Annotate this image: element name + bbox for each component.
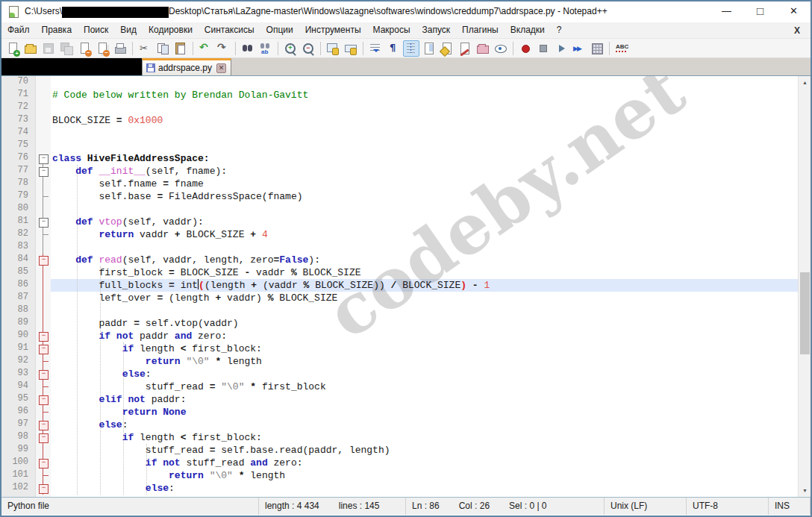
menu-item-10[interactable]: Плагины	[456, 22, 505, 38]
zoom-out-button[interactable]	[300, 40, 316, 57]
spell-check-button[interactable]	[613, 40, 630, 57]
code-line-87[interactable]: left_over = (length + vaddr) % BLOCK_SIZ…	[51, 292, 798, 304]
menu-item-4[interactable]: Кодировки	[143, 22, 199, 38]
menu-item-2[interactable]: Поиск	[78, 22, 114, 38]
fold-collapse-icon[interactable]	[36, 216, 51, 228]
code-line-86[interactable]: full_blocks = int((length + (vaddr % BLO…	[51, 279, 798, 292]
maximize-button[interactable]: □	[743, 1, 777, 22]
open-file-button[interactable]	[22, 40, 39, 57]
sync-horizontal-scroll-button[interactable]	[343, 40, 359, 57]
redo-button[interactable]	[215, 40, 231, 57]
code-line-72[interactable]	[51, 101, 798, 114]
new-file-button[interactable]	[4, 40, 21, 57]
code-line-94[interactable]: stuff_read = "\0" * first_block	[51, 380, 798, 393]
menu-item-7[interactable]: Инструменты	[299, 22, 367, 38]
vertical-scrollbar[interactable]: ▲ ▼	[798, 76, 811, 497]
code-line-70[interactable]	[51, 76, 798, 89]
show-all-characters-button[interactable]	[385, 40, 402, 57]
menu-item-8[interactable]: Макросы	[367, 22, 416, 38]
code-line-100[interactable]: if not stuff_read and zero:	[51, 457, 798, 469]
undo-button[interactable]	[197, 40, 213, 57]
function-list-button[interactable]	[439, 40, 455, 57]
fold-collapse-icon[interactable]	[36, 368, 51, 380]
code-line-90[interactable]: if not paddr and zero:	[51, 330, 798, 342]
code-line-97[interactable]: else:	[51, 419, 798, 431]
menu-item-3[interactable]: Вид	[114, 22, 143, 38]
copy-button[interactable]	[154, 40, 171, 57]
paste-button[interactable]	[172, 40, 189, 57]
zoom-in-button[interactable]	[282, 40, 299, 57]
code-line-92[interactable]: return "\0" * length	[51, 355, 798, 368]
minimize-button[interactable]: —	[710, 1, 743, 22]
play-macro-button[interactable]	[553, 40, 569, 57]
close-button[interactable]: ✕	[777, 1, 811, 22]
scroll-up-arrow-icon[interactable]: ▲	[799, 76, 811, 89]
close-file-button[interactable]	[76, 40, 93, 57]
fold-collapse-icon[interactable]	[36, 419, 51, 431]
code-line-96[interactable]: return None	[51, 406, 798, 419]
code-line-82[interactable]: return vaddr + BLOCK_SIZE + 4	[51, 228, 798, 241]
menu-item-11[interactable]: Вкладки	[505, 22, 551, 38]
code-line-73[interactable]: BLOCK_SIZE = 0x1000	[51, 114, 798, 127]
fold-collapse-icon[interactable]	[36, 165, 51, 178]
record-macro-button[interactable]	[517, 40, 534, 57]
indent-guide-button[interactable]	[403, 40, 419, 57]
document-map-button[interactable]	[421, 40, 437, 57]
menu-item-5[interactable]: Синтаксисы	[199, 22, 260, 38]
code-line-81[interactable]: def vtop(self, vaddr):	[51, 216, 798, 228]
close-all-button[interactable]	[94, 40, 110, 57]
fold-collapse-icon[interactable]	[36, 431, 51, 444]
menu-item-12[interactable]: ?	[551, 22, 568, 38]
code-line-80[interactable]	[51, 203, 798, 216]
save-button[interactable]	[40, 40, 57, 57]
fold-collapse-icon[interactable]	[36, 393, 51, 406]
fold-collapse-icon[interactable]	[36, 152, 51, 165]
sync-vertical-scroll-button[interactable]	[325, 40, 341, 57]
print-button[interactable]	[112, 40, 128, 57]
code-line-93[interactable]: else:	[51, 368, 798, 380]
menu-item-9[interactable]: Запуск	[416, 22, 457, 38]
status-eol-format[interactable]: Unix (LF)	[605, 498, 687, 515]
save-all-button[interactable]	[58, 40, 75, 57]
menu-item-6[interactable]: Опции	[260, 22, 299, 38]
menu-item-1[interactable]: Правка	[36, 22, 78, 38]
code-line-75[interactable]	[51, 140, 798, 152]
run-macro-multiple-button[interactable]	[571, 40, 587, 57]
fold-collapse-icon[interactable]	[36, 457, 51, 469]
redacted-tab[interactable]	[1, 58, 142, 75]
fold-collapse-icon[interactable]	[36, 482, 51, 495]
code-line-98[interactable]: if length < first_block:	[51, 431, 798, 444]
stop-macro-button[interactable]	[535, 40, 552, 57]
word-wrap-button[interactable]	[367, 40, 384, 57]
fold-collapse-icon[interactable]	[36, 330, 51, 342]
fold-collapse-icon[interactable]	[36, 342, 51, 355]
scroll-down-arrow-icon[interactable]: ▼	[799, 484, 811, 497]
code-line-101[interactable]: return "\0" * length	[51, 469, 798, 482]
code-line-91[interactable]: if length < first_block:	[51, 342, 798, 355]
cut-button[interactable]	[137, 40, 153, 57]
code-line-71[interactable]: # Code below written by Brendan Dolan-Ga…	[51, 89, 798, 101]
code-view[interactable]: codeby.net # Code below written by Brend…	[51, 76, 798, 497]
code-line-99[interactable]: stuff_read = self.base.read(paddr, lengt…	[51, 444, 798, 457]
replace-button[interactable]	[257, 40, 274, 57]
tab-close-icon[interactable]: ✕	[216, 63, 226, 73]
code-line-79[interactable]: self.base = FileAddressSpace(fname)	[51, 190, 798, 203]
code-line-102[interactable]: else:	[51, 482, 798, 495]
status-encoding[interactable]: UTF-8	[687, 498, 769, 515]
save-macro-button[interactable]	[589, 40, 605, 57]
code-line-78[interactable]: self.fname = fname	[51, 178, 798, 190]
fold-collapse-icon[interactable]	[36, 254, 51, 266]
user-defined-language-button[interactable]	[457, 40, 473, 57]
code-line-89[interactable]: paddr = self.vtop(vaddr)	[51, 317, 798, 330]
code-line-88[interactable]	[51, 304, 798, 317]
code-line-95[interactable]: elif not paddr:	[51, 393, 798, 406]
folder-as-workspace-button[interactable]	[475, 40, 491, 57]
scrollbar-thumb[interactable]	[800, 272, 810, 354]
menu-item-0[interactable]: Файл	[1, 22, 36, 38]
status-insert-mode[interactable]: INS	[769, 498, 811, 515]
menu-close-document-icon[interactable]: X	[784, 25, 811, 36]
code-line-84[interactable]: def read(self, vaddr, length, zero=False…	[51, 254, 798, 266]
code-line-77[interactable]: def __init__(self, fname):	[51, 165, 798, 178]
code-line-76[interactable]: class HiveFileAddressSpace:	[51, 152, 798, 165]
code-line-83[interactable]	[51, 241, 798, 254]
